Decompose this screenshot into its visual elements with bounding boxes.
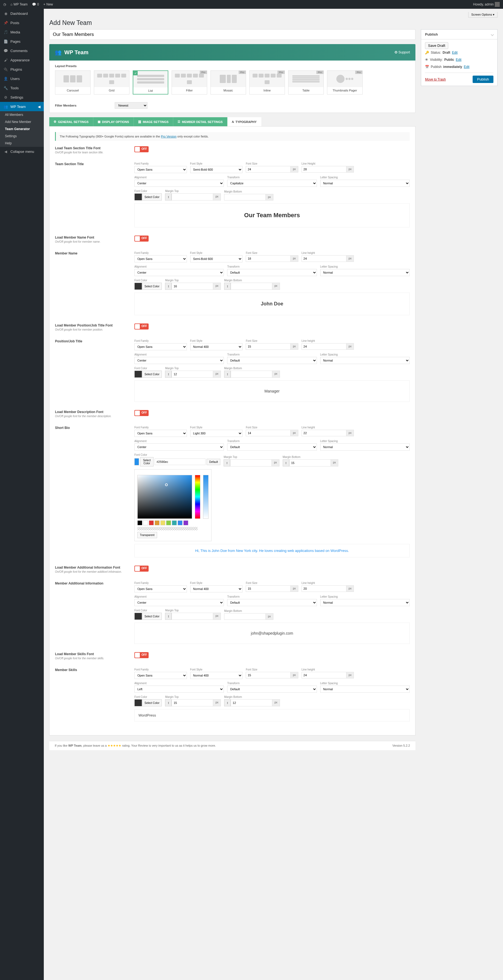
toggle-position-font[interactable]: OFF bbox=[134, 323, 149, 329]
mb-input[interactable] bbox=[289, 459, 331, 466]
edit-status[interactable]: Edit bbox=[452, 51, 458, 54]
margin-btn[interactable]: ↕ bbox=[224, 371, 231, 378]
preset-table[interactable]: ProTable bbox=[288, 70, 324, 94]
tab-detail[interactable]: ☰ MEMBER DETAIL SETTINGS bbox=[173, 117, 227, 126]
toggle-addl-font[interactable]: OFF bbox=[134, 566, 149, 572]
sub-help[interactable]: Help bbox=[0, 140, 44, 147]
save-draft-btn[interactable]: Save Draft bbox=[425, 42, 448, 49]
lh-input[interactable] bbox=[301, 343, 346, 350]
fs-select[interactable]: Normal 400 bbox=[190, 585, 243, 592]
menu-plugins[interactable]: 🔌Plugins bbox=[0, 65, 44, 74]
align-select[interactable]: Center bbox=[134, 444, 224, 450]
collapse-menu[interactable]: ◀Collapse menu bbox=[0, 147, 44, 156]
edit-visibility[interactable]: Edit bbox=[455, 58, 462, 62]
fs-select[interactable]: Semi-Bold 600 bbox=[190, 255, 243, 262]
mb-input[interactable] bbox=[224, 613, 266, 620]
palette-swatch[interactable] bbox=[172, 520, 177, 525]
sub-team-generator[interactable]: Team Generator bbox=[0, 126, 44, 132]
fsize-input[interactable] bbox=[246, 430, 290, 436]
palette-swatch[interactable] bbox=[137, 520, 142, 525]
select-color-btn[interactable]: Select Color bbox=[142, 371, 162, 378]
hex-input[interactable] bbox=[155, 458, 206, 465]
align-select[interactable]: Center bbox=[134, 599, 224, 606]
toggle-member-name-font[interactable]: OFF bbox=[134, 235, 149, 242]
trans-select[interactable]: Default bbox=[227, 357, 317, 364]
default-color-btn[interactable]: Default bbox=[206, 459, 220, 465]
tab-general[interactable]: ⚙ GENERAL SETTINGS bbox=[49, 117, 93, 126]
site-name[interactable]: ⌂ WP Team bbox=[10, 2, 28, 6]
fsize-input[interactable] bbox=[246, 343, 290, 350]
lh-input[interactable] bbox=[301, 672, 346, 678]
screen-options-btn[interactable]: Screen Options ▾ bbox=[468, 12, 498, 18]
tab-display[interactable]: ▦ DISPLAY OPTIONS bbox=[93, 117, 134, 126]
ff-select[interactable]: Open Sans bbox=[134, 585, 187, 592]
publish-btn[interactable]: Publish bbox=[473, 76, 493, 83]
sub-add-member[interactable]: Add New Member bbox=[0, 118, 44, 126]
mt-input[interactable] bbox=[171, 283, 213, 290]
tab-image[interactable]: 🖼 IMAGE SETTINGS bbox=[134, 117, 173, 126]
ff-select[interactable]: Open Sans bbox=[134, 166, 187, 173]
star-rating[interactable]: ★★★★★ bbox=[108, 744, 121, 747]
move-to-trash[interactable]: Move to Trash bbox=[425, 78, 446, 81]
select-color-btn[interactable]: Select Color bbox=[142, 613, 162, 620]
select-color-btn[interactable]: Select Color bbox=[142, 699, 162, 706]
margin-btn[interactable]: ↕ bbox=[224, 459, 230, 466]
filter-select[interactable]: Newest bbox=[115, 102, 148, 109]
preset-filter[interactable]: ProFilter bbox=[171, 70, 207, 94]
palette-swatch[interactable] bbox=[166, 520, 171, 525]
menu-wpteam[interactable]: 👥WP Team◀ bbox=[0, 102, 44, 111]
ff-select[interactable]: Open Sans bbox=[134, 430, 187, 437]
toggle-section-title-font[interactable]: OFF bbox=[134, 146, 149, 152]
select-color-btn[interactable]: Select Color bbox=[142, 283, 162, 290]
trans-select[interactable]: Default bbox=[227, 444, 317, 450]
palette-swatch[interactable] bbox=[149, 520, 154, 525]
align-select[interactable]: Center bbox=[134, 357, 224, 364]
preset-grid[interactable]: Grid bbox=[94, 70, 129, 94]
mt-input[interactable] bbox=[171, 613, 213, 620]
preset-list[interactable]: ✓List bbox=[133, 70, 168, 94]
margin-btn[interactable]: ↕ bbox=[165, 371, 171, 378]
ls-select[interactable]: Normal bbox=[320, 269, 410, 276]
menu-users[interactable]: 👤Users bbox=[0, 74, 44, 83]
align-select[interactable]: Left bbox=[134, 686, 224, 693]
palette-swatch[interactable] bbox=[155, 520, 160, 525]
menu-pages[interactable]: 📄Pages bbox=[0, 37, 44, 46]
align-select[interactable]: Center bbox=[134, 269, 224, 276]
color-picker-alpha[interactable] bbox=[203, 475, 208, 519]
preset-carousel[interactable]: Carousel bbox=[55, 70, 90, 94]
panel-toggle-icon[interactable] bbox=[491, 33, 494, 36]
align-select[interactable]: Center bbox=[134, 180, 224, 187]
menu-comments[interactable]: 💬Comments bbox=[0, 46, 44, 55]
preset-mosaic[interactable]: ProMosaic bbox=[211, 70, 246, 94]
menu-appearance[interactable]: 🖌Appearance bbox=[0, 55, 44, 65]
select-color-btn[interactable]: Select Color bbox=[142, 193, 162, 200]
toggle-description-font[interactable]: OFF bbox=[134, 410, 149, 416]
ff-select[interactable]: Open Sans bbox=[134, 343, 187, 350]
palette-swatch[interactable] bbox=[143, 520, 148, 525]
ff-select[interactable]: Open Sans bbox=[134, 672, 187, 679]
mt-input[interactable] bbox=[171, 371, 213, 378]
trans-select[interactable]: Default bbox=[227, 686, 317, 693]
preset-inline[interactable]: ProInline bbox=[249, 70, 285, 94]
ls-select[interactable]: Normal bbox=[320, 686, 410, 693]
howdy-user[interactable]: Howdy, admin bbox=[473, 2, 500, 7]
ff-select[interactable]: Open Sans bbox=[134, 255, 187, 262]
support-link[interactable]: ✪ Support bbox=[395, 50, 410, 54]
new-content[interactable]: + New bbox=[43, 2, 53, 6]
mt-input[interactable] bbox=[230, 459, 272, 466]
margin-btn[interactable]: ↕ bbox=[283, 459, 289, 466]
mb-input[interactable] bbox=[231, 283, 272, 290]
margin-btn[interactable]: ↕ bbox=[165, 283, 171, 290]
ls-select[interactable]: Normal bbox=[320, 180, 410, 187]
transparent-btn[interactable]: Transparent bbox=[137, 532, 157, 538]
edit-schedule[interactable]: Edit bbox=[464, 65, 470, 69]
palette-swatch[interactable] bbox=[183, 520, 188, 525]
fs-select[interactable]: Normal 400 bbox=[190, 343, 243, 350]
trans-select[interactable]: Default bbox=[227, 599, 317, 606]
menu-tools[interactable]: 🔧Tools bbox=[0, 83, 44, 92]
ls-select[interactable]: Normal bbox=[320, 599, 410, 606]
color-picker-hue[interactable] bbox=[195, 475, 200, 519]
margin-btn[interactable]: ↕ bbox=[165, 613, 171, 620]
fs-select[interactable]: Normal 400 bbox=[190, 672, 243, 679]
menu-posts[interactable]: 📌Posts bbox=[0, 18, 44, 27]
